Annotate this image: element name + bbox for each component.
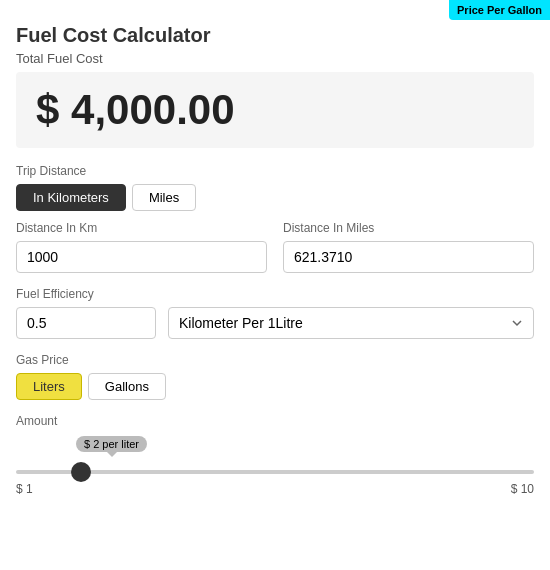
trip-distance-label: Trip Distance xyxy=(16,164,534,178)
price-per-gallon-badge: Price Per Gallon xyxy=(449,0,550,20)
efficiency-row: Kilometer Per 1Litre Miles Per 1Litre Mi… xyxy=(16,307,534,339)
trip-distance-toggle-group: In Kilometers Miles xyxy=(16,184,534,211)
distance-km-input[interactable] xyxy=(16,241,267,273)
distance-km-label: Distance In Km xyxy=(16,221,267,235)
liters-toggle-button[interactable]: Liters xyxy=(16,373,82,400)
range-max-label: $ 10 xyxy=(511,482,534,496)
gallons-toggle-button[interactable]: Gallons xyxy=(88,373,166,400)
range-labels: $ 1 $ 10 xyxy=(16,482,534,496)
distance-km-col: Distance In Km xyxy=(16,221,267,273)
fuel-efficiency-input[interactable] xyxy=(16,307,156,339)
page-title: Fuel Cost Calculator xyxy=(16,24,534,47)
fuel-efficiency-unit-select[interactable]: Kilometer Per 1Litre Miles Per 1Litre Mi… xyxy=(168,307,534,339)
distance-miles-input[interactable] xyxy=(283,241,534,273)
total-cost-value: $ 4,000.00 xyxy=(36,86,235,133)
range-min-label: $ 1 xyxy=(16,482,33,496)
gas-price-label: Gas Price xyxy=(16,353,534,367)
distance-row: Distance In Km Distance In Miles xyxy=(16,221,534,273)
total-fuel-cost-label: Total Fuel Cost xyxy=(16,51,534,66)
fuel-efficiency-label: Fuel Efficiency xyxy=(16,287,534,301)
gas-price-toggle-group: Liters Gallons xyxy=(16,373,534,400)
distance-miles-label: Distance In Miles xyxy=(283,221,534,235)
miles-toggle-button[interactable]: Miles xyxy=(132,184,196,211)
slider-tooltip: $ 2 per liter xyxy=(76,436,147,452)
distance-miles-col: Distance In Miles xyxy=(283,221,534,273)
total-cost-box: $ 4,000.00 xyxy=(16,72,534,148)
amount-slider[interactable] xyxy=(16,470,534,474)
slider-wrapper: $ 2 per liter $ 1 $ 10 xyxy=(16,434,534,496)
amount-label: Amount xyxy=(16,414,534,428)
km-toggle-button[interactable]: In Kilometers xyxy=(16,184,126,211)
